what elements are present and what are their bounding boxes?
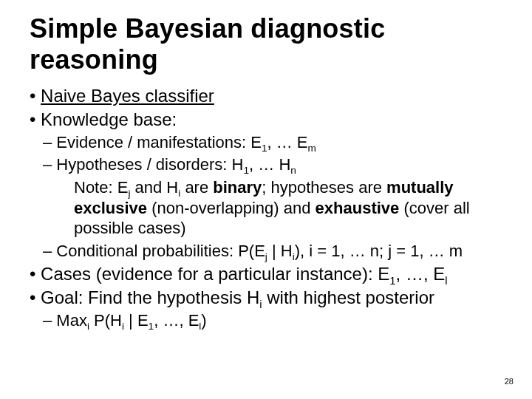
subscript: n	[290, 165, 296, 176]
text: Hypotheses / disorders: H	[56, 155, 243, 174]
subscript: m	[308, 143, 316, 154]
text: (non-overlapping) and	[147, 199, 315, 217]
subscript: 1	[262, 143, 267, 154]
page-number: 28	[505, 377, 514, 386]
text: Note: E	[74, 178, 128, 197]
text: , … H	[249, 155, 290, 174]
text: Cases (evidence for a particular instanc…	[41, 264, 389, 284]
text: Goal: Find the hypothesis H	[41, 287, 259, 307]
text: , … E	[267, 133, 308, 151]
bold-text: binary	[213, 178, 262, 197]
text: ), i = 1, … n; j = 1, … m	[295, 242, 463, 260]
slide-title: Simple Bayesian diagnostic reasoning	[30, 13, 510, 75]
bullet-text: Naive Bayes classifier	[41, 86, 214, 106]
text: , …, E	[396, 264, 446, 284]
note-line: Note: Ej and Hi are binary; hypotheses a…	[74, 177, 510, 239]
subscript: 1	[389, 274, 395, 286]
text: ; hypotheses are	[262, 178, 386, 197]
sub-max: Maxi P(Hi | E1, …, El)	[43, 311, 510, 330]
sub-conditional: Conditional probabilities: P(Ej | Hi), i…	[43, 242, 510, 261]
bullet-naive-bayes: Naive Bayes classifier	[30, 86, 510, 106]
text: with highest posterior	[262, 287, 434, 307]
slide: Simple Bayesian diagnostic reasoning Nai…	[0, 0, 532, 399]
bold-text: exhaustive	[316, 199, 400, 217]
text: Evidence / manifestations: E	[56, 133, 262, 151]
bullet-text: Knowledge base:	[41, 109, 177, 129]
text: P(H	[89, 311, 122, 330]
text: | H	[267, 242, 293, 260]
sub-hypotheses: Hypotheses / disorders: H1, … Hn	[43, 155, 510, 174]
text: | E	[124, 311, 149, 330]
text: )	[201, 311, 206, 330]
text: are	[180, 178, 213, 197]
text: Max	[56, 311, 87, 330]
bullet-knowledge-base: Knowledge base:	[30, 109, 510, 130]
subscript: l	[445, 274, 447, 286]
bullet-cases: Cases (evidence for a particular instanc…	[30, 264, 510, 284]
bullet-goal: Goal: Find the hypothesis Hi with highes…	[30, 287, 510, 308]
subscript: 1	[243, 165, 249, 176]
text: and H	[130, 178, 178, 197]
text: Conditional probabilities: P(E	[56, 242, 265, 260]
text: , …, E	[154, 311, 199, 330]
sub-evidence: Evidence / manifestations: E1, … Em	[43, 133, 510, 152]
